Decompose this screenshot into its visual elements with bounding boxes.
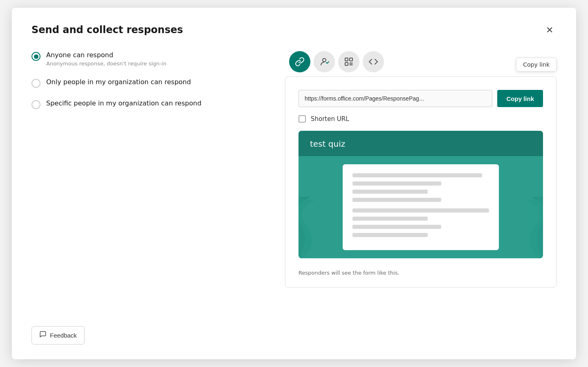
radio-anyone[interactable]: Anyone can respond Anonymous response, d… (31, 51, 260, 67)
content-line-6 (352, 217, 428, 221)
preview-content-box (343, 164, 499, 250)
url-row: Copy link (298, 90, 543, 107)
tab-share[interactable] (314, 51, 335, 72)
shorten-url-label: Shorten URL (311, 115, 349, 123)
content-line-1 (352, 173, 482, 177)
content-line-7 (352, 225, 441, 229)
svg-rect-1 (345, 58, 348, 61)
radio-label-anyone: Anyone can respond Anonymous response, d… (46, 51, 166, 67)
preview-header: test quiz (298, 131, 543, 156)
content-line-3 (352, 190, 428, 194)
preview-title: test quiz (310, 139, 345, 149)
svg-rect-2 (350, 58, 352, 61)
wave-left-decoration (298, 197, 348, 258)
radio-label-specific: Specific people in my organization can r… (46, 99, 202, 107)
radio-circle-specific (31, 100, 40, 109)
content-line-5 (352, 208, 489, 213)
content-line-4 (352, 198, 441, 202)
send-collect-modal: Send and collect responses ✕ Anyone can … (12, 8, 576, 359)
content-line-8 (352, 233, 428, 237)
shorten-url-checkbox[interactable] (298, 115, 306, 123)
close-button[interactable]: ✕ (543, 24, 557, 36)
svg-point-0 (323, 58, 326, 62)
feedback-icon (39, 331, 47, 340)
tab-qr[interactable] (338, 51, 359, 72)
wave-right-decoration (502, 197, 543, 258)
preview-caption: Responders will see the form like this. (298, 270, 543, 276)
tab-embed[interactable] (363, 51, 384, 72)
radio-org[interactable]: Only people in my organization can respo… (31, 78, 260, 88)
radio-circle-org (31, 79, 40, 88)
feedback-button[interactable]: Feedback (31, 326, 85, 345)
svg-rect-6 (350, 64, 351, 65)
content-card: Copy link Shorten URL test quiz (285, 76, 557, 288)
tab-link[interactable] (289, 51, 310, 72)
content-line-2 (352, 181, 441, 186)
copy-link-tooltip: Copy link (516, 58, 557, 72)
svg-rect-4 (350, 63, 351, 64)
svg-rect-5 (351, 63, 352, 64)
svg-rect-7 (351, 64, 352, 65)
shorten-row: Shorten URL (298, 115, 543, 123)
preview-card: test quiz (298, 131, 543, 258)
radio-label-org: Only people in my organization can respo… (46, 78, 191, 86)
modal-title: Send and collect responses (31, 24, 183, 36)
feedback-label: Feedback (50, 332, 77, 339)
radio-specific[interactable]: Specific people in my organization can r… (31, 99, 260, 109)
copy-link-button[interactable]: Copy link (497, 90, 543, 107)
radio-circle-anyone (31, 52, 40, 61)
preview-body (298, 156, 543, 258)
modal-body: Anyone can respond Anonymous response, d… (31, 51, 557, 343)
left-panel: Anyone can respond Anonymous response, d… (31, 51, 260, 343)
svg-rect-3 (345, 63, 348, 65)
modal-header: Send and collect responses ✕ (31, 24, 557, 36)
url-input[interactable] (298, 90, 492, 107)
right-panel: Copy link Copy link Shorten URL test qui… (285, 51, 557, 343)
